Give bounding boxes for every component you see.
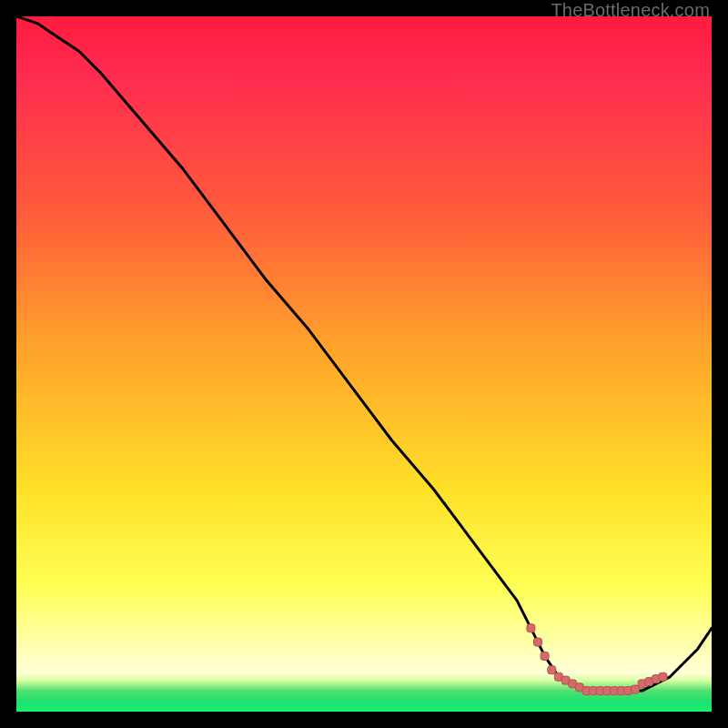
svg-rect-3 bbox=[548, 666, 556, 674]
svg-rect-2 bbox=[541, 652, 549, 660]
svg-rect-19 bbox=[659, 672, 667, 681]
curve-line bbox=[16, 16, 712, 691]
chart-frame: TheBottleneck.com bbox=[0, 0, 728, 728]
chart-svg bbox=[16, 16, 712, 712]
chart-plot-area bbox=[16, 16, 712, 712]
svg-rect-1 bbox=[534, 638, 542, 646]
curve-markers bbox=[527, 624, 667, 695]
svg-rect-0 bbox=[527, 624, 535, 632]
